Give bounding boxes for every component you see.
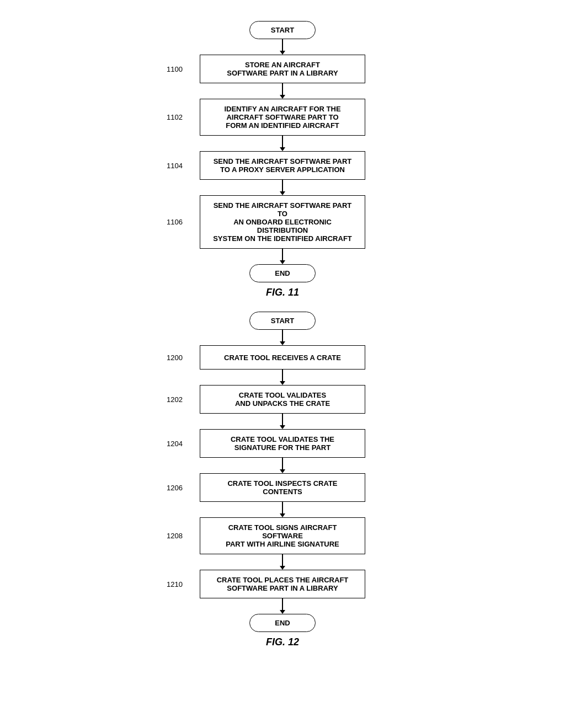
start-node: START (167, 312, 398, 330)
step-row: 1204CRATE TOOL VALIDATES THESIGNATURE FO… (167, 429, 398, 458)
step-row: 1104SEND THE AIRCRAFT SOFTWARE PARTTO A … (167, 151, 398, 180)
step-box: CRATE TOOL PLACES THE AIRCRAFTSOFTWARE P… (200, 570, 365, 598)
step-id-label: 1106 (167, 218, 183, 226)
step-row: 1210CRATE TOOL PLACES THE AIRCRAFTSOFTWA… (167, 570, 398, 598)
step-row: 1208CRATE TOOL SIGNS AIRCRAFT SOFTWAREPA… (167, 517, 398, 554)
step-row: 1102IDENTIFY AN AIRCRAFT FOR THEAIRCRAFT… (167, 99, 398, 136)
step-box: SEND THE AIRCRAFT SOFTWARE PART TOAN ONB… (200, 195, 365, 249)
step-box: CRATE TOOL VALIDATESAND UNPACKS THE CRAT… (200, 385, 365, 414)
arrow-down (280, 598, 285, 614)
arrow-down (280, 180, 285, 195)
step-id-label: 1208 (167, 532, 183, 540)
step-box: SEND THE AIRCRAFT SOFTWARE PARTTO A PROX… (200, 151, 365, 180)
step-row: 1106SEND THE AIRCRAFT SOFTWARE PART TOAN… (167, 195, 398, 249)
arrow-down (280, 414, 285, 429)
page-header (0, 0, 565, 15)
step-box: CRATE TOOL RECEIVES A CRATE (200, 345, 365, 370)
step-row: 1206CRATE TOOL INSPECTS CRATE CONTENTS (167, 473, 398, 502)
arrow-down (280, 554, 285, 570)
step-id-label: 1202 (167, 395, 183, 404)
arrow-down (280, 39, 285, 55)
start-label: START (249, 312, 316, 330)
step-id-label: 1210 (167, 580, 183, 588)
step-row: 1100STORE AN AIRCRAFTSOFTWARE PART IN A … (167, 55, 398, 83)
flowchart-fig11: START1100STORE AN AIRCRAFTSOFTWARE PART … (167, 21, 398, 312)
step-row: 1200CRATE TOOL RECEIVES A CRATE (167, 345, 398, 370)
step-box: CRATE TOOL SIGNS AIRCRAFT SOFTWAREPART W… (200, 517, 365, 554)
arrow-down (280, 330, 285, 345)
arrow-down (280, 83, 285, 99)
arrow-down (280, 136, 285, 151)
flowchart-fig12: START1200CRATE TOOL RECEIVES A CRATE1202… (167, 312, 398, 661)
fig-label: FIG. 12 (266, 636, 299, 648)
start-label: START (249, 21, 316, 39)
step-id-label: 1104 (167, 162, 183, 170)
step-row: 1202CRATE TOOL VALIDATESAND UNPACKS THE … (167, 385, 398, 414)
step-box: CRATE TOOL INSPECTS CRATE CONTENTS (200, 473, 365, 502)
step-id-label: 1100 (167, 65, 183, 73)
arrow-down (280, 370, 285, 385)
arrow-down (280, 502, 285, 517)
step-box: IDENTIFY AN AIRCRAFT FOR THEAIRCRAFT SOF… (200, 99, 365, 136)
arrow-down (280, 458, 285, 473)
end-label: END (249, 614, 316, 632)
end-node: END (167, 614, 398, 632)
fig-label: FIG. 11 (266, 287, 299, 298)
step-id-label: 1102 (167, 113, 183, 121)
step-box: STORE AN AIRCRAFTSOFTWARE PART IN A LIBR… (200, 55, 365, 83)
page-content: START1100STORE AN AIRCRAFTSOFTWARE PART … (0, 15, 565, 672)
arrow-down (280, 249, 285, 264)
step-id-label: 1200 (167, 354, 183, 362)
end-node: END (167, 264, 398, 282)
step-box: CRATE TOOL VALIDATES THESIGNATURE FOR TH… (200, 429, 365, 458)
end-label: END (249, 264, 316, 282)
step-id-label: 1204 (167, 440, 183, 448)
start-node: START (167, 21, 398, 39)
step-id-label: 1206 (167, 484, 183, 492)
